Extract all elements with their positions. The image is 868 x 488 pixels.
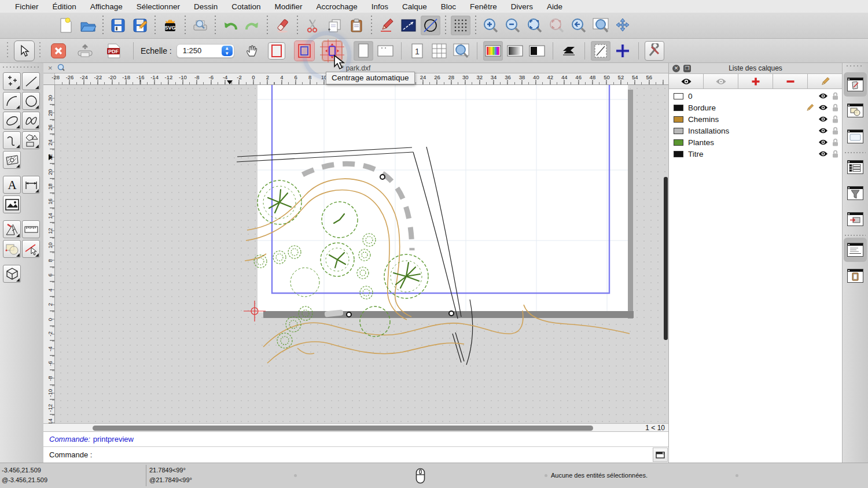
scale-select[interactable]: 1:250 ▲▼ (176, 44, 234, 58)
auto-center-button[interactable] (322, 41, 342, 61)
clipboard-panel-icon[interactable] (844, 264, 867, 288)
landscape-button[interactable] (376, 41, 395, 61)
drafting-tools[interactable] (3, 220, 21, 238)
menu-item-calque[interactable]: Calque (395, 2, 434, 11)
lock-icon[interactable] (832, 138, 838, 146)
solid-tool[interactable] (3, 265, 21, 283)
zoom-in-button[interactable] (481, 16, 501, 35)
polyline-tool[interactable] (3, 131, 21, 149)
command-expand-button[interactable] (653, 448, 668, 462)
crosshair-button[interactable] (613, 41, 632, 61)
visibility-eye-icon[interactable] (818, 150, 828, 157)
library-browser-icon[interactable] (844, 124, 867, 149)
stack-button[interactable] (559, 41, 579, 61)
settings-button[interactable] (645, 41, 664, 61)
add-layer-button[interactable] (738, 74, 773, 88)
ellipse-tool[interactable] (3, 112, 21, 130)
menu-item-dessin[interactable]: Dessin (187, 2, 225, 11)
visibility-eye-icon[interactable] (818, 127, 828, 134)
zoom-page-button[interactable] (451, 41, 471, 61)
selection-filter-icon[interactable] (844, 181, 867, 205)
zoom-out-button[interactable] (503, 16, 523, 35)
layer-list-icon[interactable] (844, 155, 867, 179)
zoom-auto-button[interactable] (525, 16, 545, 35)
vertical-scrollbar[interactable] (664, 177, 668, 340)
pan-button[interactable] (613, 16, 632, 35)
command-input[interactable] (95, 449, 653, 461)
tab-title[interactable]: * park.dxf (43, 64, 668, 72)
horizontal-scrollbar[interactable]: 1 < 10 (43, 423, 668, 432)
layer-row-bordure[interactable]: Bordure (669, 102, 842, 113)
single-page-button[interactable]: 1 (407, 41, 427, 61)
pan-hand-button[interactable] (242, 41, 262, 61)
print-preview-button[interactable] (190, 16, 210, 35)
pencil-draw-button[interactable] (377, 16, 396, 35)
menu-item-fenêtre[interactable]: Fenêtre (463, 2, 504, 11)
layer-row-plantes[interactable]: Plantes (669, 136, 842, 148)
command-options-icon[interactable] (844, 207, 867, 231)
layer-row-titre[interactable]: Titre (669, 148, 842, 160)
menu-item-accrochage[interactable]: Accrochage (309, 2, 364, 11)
menu-item-modifier[interactable]: Modifier (267, 2, 309, 11)
save-button[interactable] (108, 16, 128, 35)
hide-all-layers-button[interactable] (704, 74, 738, 88)
portrait-button[interactable] (354, 41, 373, 61)
print-button[interactable] (75, 41, 95, 61)
grid-toggle-button[interactable] (451, 16, 470, 35)
new-file-button[interactable] (56, 16, 76, 35)
lock-icon[interactable] (832, 115, 838, 123)
zoom-previous-button[interactable] (569, 16, 589, 35)
menu-item-divers[interactable]: Divers (504, 2, 540, 11)
menu-item-fichier[interactable]: Fichier (8, 2, 46, 11)
paste-button[interactable] (347, 16, 366, 35)
menu-item-cotation[interactable]: Cotation (225, 2, 267, 11)
menu-item-aide[interactable]: Aide (540, 2, 569, 11)
layer-row-chemins[interactable]: Chemins (669, 113, 842, 125)
close-preview-button[interactable] (51, 43, 66, 58)
export-pdf-button[interactable]: PDF (104, 41, 124, 61)
circle-tool[interactable] (22, 92, 40, 110)
edit-layer-button[interactable] (808, 74, 842, 88)
menu-item-édition[interactable]: Édition (46, 2, 83, 11)
color-mode-button[interactable] (483, 41, 503, 61)
drawing-canvas[interactable]: 302826242220181614121086420-2-4-6-8-10-1… (43, 85, 668, 423)
open-file-button[interactable] (78, 16, 98, 35)
zoom-window-button[interactable] (591, 16, 610, 35)
menu-item-infos[interactable]: Infos (365, 2, 395, 11)
remove-layer-button[interactable] (773, 74, 808, 88)
select-arrow-button[interactable] (14, 40, 35, 61)
layer-row-0[interactable]: 0 (669, 90, 842, 102)
circle-toggle-button[interactable] (421, 16, 440, 35)
show-all-layers-button[interactable] (669, 74, 704, 88)
paper-border-button[interactable] (268, 42, 285, 60)
modify-tool[interactable] (3, 240, 21, 258)
redo-button[interactable] (242, 16, 262, 35)
lock-icon[interactable] (832, 150, 838, 158)
panel-float-icon[interactable]: ❐ (683, 65, 691, 72)
image-tool[interactable] (3, 195, 21, 213)
shapes-tool[interactable] (22, 131, 40, 149)
measure-tool[interactable] (22, 220, 40, 238)
eraser-button[interactable] (273, 16, 292, 35)
property-editor-icon[interactable] (844, 72, 867, 97)
svg-export-button[interactable]: SVG (160, 16, 180, 35)
lock-icon[interactable] (832, 127, 838, 135)
text-tool[interactable]: A (3, 176, 21, 194)
visibility-eye-icon[interactable] (818, 104, 828, 111)
line-tool[interactable] (22, 72, 40, 90)
copy-button[interactable] (325, 16, 344, 35)
stepper-icon[interactable]: ▲▼ (222, 46, 233, 56)
spline-tool[interactable] (22, 112, 40, 130)
grayscale-mode-button[interactable] (505, 41, 525, 61)
sheet-settings-button[interactable] (591, 41, 610, 61)
layer-row-installations[interactable]: Installations (669, 125, 842, 136)
line-settings-button[interactable] (399, 16, 418, 35)
block-list-icon[interactable] (844, 98, 867, 123)
scrollbar-thumb[interactable] (93, 426, 593, 431)
points-tool[interactable] (3, 72, 21, 90)
panel-close-icon[interactable]: ✕ (672, 65, 680, 72)
bw-mode-button[interactable] (527, 41, 547, 61)
lock-icon[interactable] (832, 103, 838, 112)
lock-icon[interactable] (832, 92, 838, 100)
select-entities-tool[interactable] (22, 240, 40, 258)
